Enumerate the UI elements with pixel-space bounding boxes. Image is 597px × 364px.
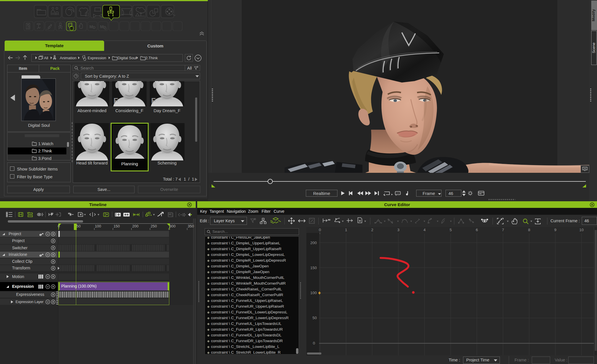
svg-text:M: M <box>100 24 104 29</box>
svg-text:1.Watch: 1.Watch <box>38 141 53 146</box>
svg-text:3: 3 <box>397 228 400 232</box>
svg-text:200: 200 <box>310 241 317 245</box>
svg-text:Expression: Expression <box>88 56 106 60</box>
svg-text:9: 9 <box>554 228 556 232</box>
svg-text:2.Think: 2.Think <box>145 56 158 60</box>
svg-text:Digital Soul: Digital Soul <box>118 56 137 60</box>
svg-text:8: 8 <box>528 228 530 232</box>
svg-text:Animation: Animation <box>60 56 76 60</box>
svg-text:0: 0 <box>319 228 321 232</box>
svg-text:7: 7 <box>502 228 504 232</box>
svg-text:150: 150 <box>310 266 317 270</box>
svg-text:1: 1 <box>345 228 347 232</box>
svg-text:5: 5 <box>450 228 452 232</box>
svg-text:2.Think: 2.Think <box>38 149 52 153</box>
svg-text:6: 6 <box>476 228 478 232</box>
svg-text:D: D <box>93 25 95 30</box>
svg-text:100: 100 <box>310 291 317 295</box>
svg-text:2: 2 <box>371 228 373 232</box>
svg-text:M: M <box>89 24 93 29</box>
svg-text:0: 0 <box>313 341 315 345</box>
svg-text:4: 4 <box>423 228 426 232</box>
svg-text:10: 10 <box>579 228 583 232</box>
svg-text:All: All <box>44 56 48 60</box>
svg-text:50: 50 <box>312 316 317 320</box>
svg-text:3.Pond: 3.Pond <box>38 156 51 160</box>
